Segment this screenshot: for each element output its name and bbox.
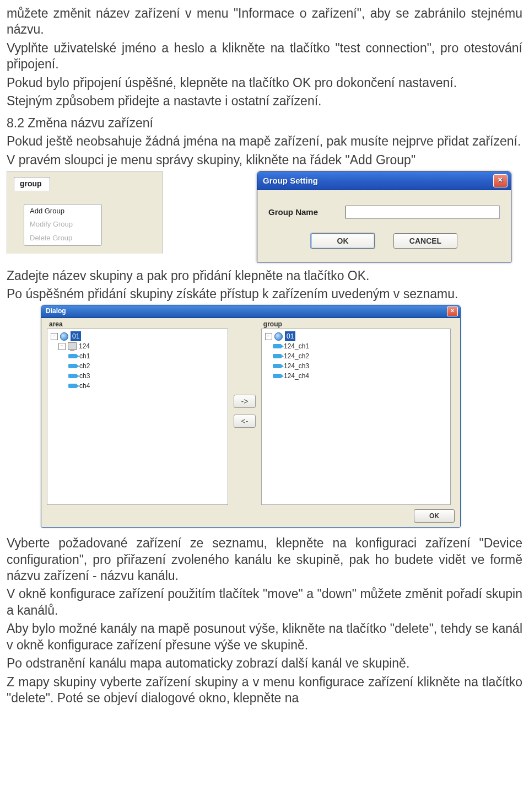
group-tab[interactable]: group: [14, 177, 50, 191]
paragraph: Po odstranění kanálu mapa automaticky zo…: [7, 655, 522, 671]
move-right-button[interactable]: ->: [234, 395, 256, 408]
area-root-node[interactable]: 01: [71, 331, 81, 341]
ok-button[interactable]: OK: [311, 233, 375, 249]
ok-button[interactable]: OK: [414, 509, 455, 523]
channel-node[interactable]: ch3: [79, 371, 90, 381]
channel-node[interactable]: ch1: [79, 351, 90, 361]
camera-icon: [68, 364, 77, 368]
area-label: area: [47, 320, 261, 329]
group-tree[interactable]: − 01 124_ch1 124_ch2 124_ch3 124_ch4: [261, 329, 451, 505]
channel-node[interactable]: ch2: [79, 361, 90, 371]
cancel-button[interactable]: CANCEL: [393, 233, 457, 249]
paragraph: Pokud ještě neobsahuje žádná jména na ma…: [7, 133, 522, 149]
section-title: 8.2 Změna názvu zařízení: [7, 115, 522, 131]
device-node[interactable]: 124: [79, 341, 90, 351]
group-panel: group Add Group Modify Group Delete Grou…: [7, 171, 163, 254]
camera-icon: [68, 384, 77, 388]
collapse-icon[interactable]: −: [265, 333, 272, 340]
paragraph: Zadejte název skupiny a pak pro přidání …: [7, 268, 522, 284]
globe-icon: [60, 332, 68, 341]
dialog-title: Group Setting: [263, 175, 318, 186]
group-label: group: [261, 320, 282, 329]
collapse-icon[interactable]: −: [51, 333, 58, 340]
server-icon: [68, 342, 77, 350]
paragraph: Z mapy skupiny vyberte zařízení skupiny …: [7, 674, 522, 707]
channel-node[interactable]: 124_ch3: [284, 361, 309, 371]
group-root-node[interactable]: 01: [285, 331, 295, 341]
menu-item-modify-group: Modify Group: [24, 218, 101, 232]
group-setting-dialog: Group Setting × Group Name OK CANCEL: [257, 171, 511, 262]
camera-icon: [273, 344, 282, 348]
camera-icon: [273, 374, 282, 378]
menu-item-add-group[interactable]: Add Group: [24, 205, 101, 218]
move-left-button[interactable]: <-: [234, 415, 256, 428]
paragraph: V okně konfigurace zařízení použitím tla…: [7, 586, 522, 619]
paragraph: Po úspěšném přidání skupiny získáte přís…: [7, 286, 522, 302]
paragraph: Vyplňte uživatelské jméno a heslo a klik…: [7, 40, 522, 73]
group-name-input[interactable]: [346, 206, 500, 219]
figure-group-setting: group Add Group Modify Group Delete Grou…: [7, 171, 522, 262]
channel-node[interactable]: 124_ch1: [284, 341, 309, 351]
camera-icon: [68, 354, 77, 358]
camera-icon: [273, 354, 282, 358]
dialog-window: Dialog × area group − 01 − 124 ch1: [41, 305, 461, 528]
channel-node[interactable]: ch4: [79, 381, 90, 391]
area-tree[interactable]: − 01 − 124 ch1 ch2 ch3 ch4: [47, 329, 228, 505]
dialog-titlebar: Group Setting ×: [257, 172, 511, 190]
dialog-title: Dialog: [46, 307, 66, 315]
paragraph: můžete změnit název zařízení v menu "Inf…: [7, 6, 522, 38]
paragraph: Stejným způsobem přidejte a nastavte i o…: [7, 93, 522, 109]
channel-node[interactable]: 124_ch4: [284, 371, 309, 381]
dialog-body: Group Name OK CANCEL: [257, 190, 511, 262]
camera-icon: [68, 374, 77, 378]
channel-node[interactable]: 124_ch2: [284, 351, 309, 361]
paragraph: Pokud bylo připojení úspěšné, klepněte n…: [7, 75, 522, 91]
close-icon[interactable]: ×: [493, 174, 508, 187]
collapse-icon[interactable]: −: [58, 343, 66, 350]
close-icon[interactable]: ×: [447, 306, 458, 316]
group-name-label: Group Name: [268, 207, 346, 217]
globe-icon: [274, 332, 283, 341]
paragraph: V pravém sloupci je menu správy skupiny,…: [7, 152, 522, 168]
group-context-menu: Add Group Modify Group Delete Group: [24, 204, 102, 246]
paragraph: Aby bylo možné kanály na mapě posunout v…: [7, 621, 522, 653]
dialog-titlebar: Dialog ×: [41, 305, 460, 318]
camera-icon: [273, 364, 282, 368]
paragraph: Vyberte požadované zařízení ze seznamu, …: [7, 535, 522, 584]
menu-item-delete-group: Delete Group: [24, 232, 101, 245]
